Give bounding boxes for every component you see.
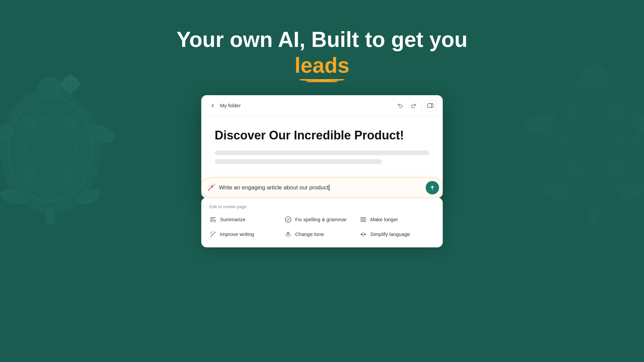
underline-line-2 (307, 81, 337, 82)
redo-button[interactable] (408, 100, 419, 111)
ai-input-text: Write an engaging article about our prod… (219, 184, 426, 191)
actions-divider (422, 102, 422, 110)
ai-input-container[interactable]: Write an engaging article about our prod… (201, 177, 443, 198)
svg-point-29 (562, 102, 580, 120)
svg-point-2 (25, 117, 75, 180)
menu-item-summarize[interactable]: Summarize (209, 215, 284, 225)
svg-point-25 (549, 83, 639, 198)
svg-line-57 (211, 233, 214, 237)
svg-point-7 (22, 169, 37, 184)
menu-item-simplify[interactable]: Simplify language (360, 229, 435, 239)
svg-point-1 (8, 97, 92, 201)
svg-point-6 (64, 114, 79, 129)
summarize-label: Summarize (220, 217, 246, 222)
svg-point-34 (523, 110, 557, 138)
svg-point-11 (84, 121, 114, 147)
svg-point-23 (62, 84, 71, 93)
edit-menu-card: Edit or review page Summarize (201, 197, 443, 247)
editor-card: My folder (201, 95, 443, 198)
svg-point-32 (607, 161, 625, 179)
svg-point-37 (618, 180, 644, 203)
underline-decoration (300, 79, 344, 83)
improve-icon (209, 231, 217, 238)
folder-name: My folder (220, 103, 241, 108)
hero-highlight: leads (294, 53, 350, 78)
svg-point-8 (64, 169, 79, 184)
svg-point-63 (363, 235, 364, 236)
svg-point-47 (208, 187, 209, 187)
svg-point-12 (0, 186, 27, 207)
svg-point-9 (38, 77, 63, 99)
svg-point-30 (607, 102, 625, 120)
svg-point-22 (70, 75, 79, 84)
content-line-1 (215, 150, 429, 155)
back-button[interactable] (208, 101, 217, 110)
undo-button[interactable] (395, 100, 406, 111)
make-longer-icon (360, 216, 367, 223)
svg-point-0 (0, 88, 101, 214)
fix-spelling-label: Fix spelling & grammar (295, 217, 346, 222)
underline-line-1 (300, 79, 344, 80)
svg-point-62 (363, 232, 364, 233)
svg-point-17 (68, 86, 73, 94)
svg-point-21 (70, 84, 79, 93)
content-line-2 (215, 159, 382, 164)
hero-section: Your own AI, Built to get you leads (176, 27, 467, 78)
svg-point-15 (68, 81, 73, 86)
menu-item-improve-writing[interactable]: Improve writing (209, 229, 284, 239)
svg-point-26 (567, 106, 621, 175)
summarize-icon (209, 216, 217, 223)
edit-menu-label: Edit or review page (209, 204, 435, 209)
svg-line-45 (214, 184, 215, 185)
svg-point-24 (540, 75, 644, 210)
text-cursor (329, 185, 329, 191)
svg-point-58 (211, 232, 212, 233)
svg-rect-39 (428, 104, 433, 108)
svg-point-46 (209, 185, 210, 186)
tone-icon (284, 231, 292, 238)
svg-point-60 (210, 234, 211, 234)
editor-header: My folder (201, 95, 443, 116)
menu-item-change-tone[interactable]: Change tone (284, 229, 360, 239)
svg-point-16 (68, 74, 73, 82)
svg-point-31 (562, 161, 580, 179)
document-title: Discover Our Incredible Product! (215, 128, 429, 142)
svg-point-14 (45, 206, 55, 225)
editor-content: Discover Our Incredible Product! (201, 116, 443, 177)
svg-point-38 (588, 204, 599, 224)
make-longer-label: Make longer (370, 217, 398, 222)
simplify-label: Simplify language (370, 231, 410, 237)
simplify-icon (360, 231, 367, 238)
svg-point-36 (540, 180, 570, 203)
change-tone-label: Change tone (295, 231, 324, 237)
ai-submit-button[interactable] (426, 181, 439, 194)
svg-point-18 (60, 81, 68, 86)
svg-point-52 (285, 217, 291, 222)
svg-point-20 (62, 75, 71, 84)
sidebar-toggle-button[interactable] (425, 100, 436, 111)
svg-point-10 (0, 121, 17, 147)
svg-point-59 (213, 231, 213, 232)
svg-point-35 (630, 110, 644, 138)
hero-title: Your own AI, Built to get you leads (176, 27, 467, 78)
svg-point-19 (72, 81, 80, 86)
menu-item-make-longer[interactable]: Make longer (360, 215, 435, 225)
svg-point-33 (580, 64, 607, 87)
svg-point-61 (287, 232, 289, 234)
improve-writing-label: Improve writing (220, 231, 254, 237)
edit-menu-grid: Summarize Fix spelling & grammar Make (209, 215, 435, 239)
editor-actions (395, 100, 436, 111)
card-container: My folder (201, 95, 443, 247)
fix-icon (284, 216, 292, 223)
hero-title-part1: Your own AI, Built to get you (176, 27, 467, 52)
menu-item-fix-spelling[interactable]: Fix spelling & grammar (284, 215, 360, 225)
svg-point-13 (74, 186, 102, 207)
ai-magic-icon (206, 183, 216, 192)
svg-point-5 (22, 114, 37, 129)
editor-nav-left: My folder (208, 101, 241, 110)
